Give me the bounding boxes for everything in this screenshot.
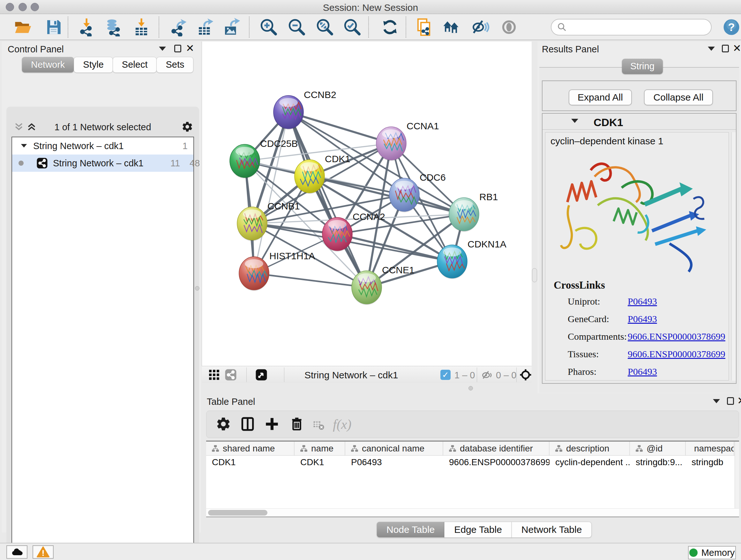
help-icon[interactable]: ? bbox=[723, 18, 741, 37]
column-header-@id[interactable]: @id bbox=[630, 442, 686, 455]
table-horizontal-scrollbar[interactable] bbox=[206, 508, 739, 516]
bottom-splitter-handle[interactable] bbox=[468, 386, 473, 390]
network-node-CCNE1[interactable]: CCNE1 bbox=[352, 265, 414, 305]
zoom-fit-icon[interactable] bbox=[316, 18, 334, 37]
export-image-icon[interactable] bbox=[222, 18, 241, 37]
panel-float-icon[interactable] bbox=[722, 45, 729, 52]
expand-all-button[interactable]: Expand All bbox=[569, 89, 632, 105]
network-node-HIST1H1A[interactable]: HIST1H1A bbox=[239, 251, 315, 291]
tree-expand-icon[interactable] bbox=[21, 144, 27, 147]
table-cell[interactable]: CDK1 bbox=[294, 456, 345, 469]
hidden-items-icon[interactable] bbox=[481, 369, 493, 382]
tab-sets[interactable]: Sets bbox=[156, 57, 193, 73]
refresh-view-icon[interactable] bbox=[381, 18, 399, 37]
gene-header[interactable]: CDK1 bbox=[542, 114, 736, 130]
add-column-icon[interactable] bbox=[264, 416, 281, 433]
zoom-selected-icon[interactable] bbox=[343, 18, 361, 37]
memory-button[interactable]: Memory bbox=[688, 546, 736, 559]
string-home-icon[interactable] bbox=[442, 18, 460, 37]
network-list: String Network – cdk1 1 String Network –… bbox=[11, 137, 194, 560]
network-node-CCNA1[interactable]: CCNA1 bbox=[376, 121, 439, 161]
network-view[interactable]: CCNB2 CCNA1 CDC25B CDK1 CDC6 RB1 CCNB1 bbox=[202, 42, 532, 366]
panel-float-icon[interactable] bbox=[727, 397, 734, 405]
network-options-gear-icon[interactable] bbox=[181, 121, 193, 134]
scrollbar-thumb[interactable] bbox=[208, 510, 267, 516]
results-scrollbar[interactable] bbox=[731, 132, 736, 381]
table-cell[interactable]: cyclin-dependent ... bbox=[549, 456, 630, 469]
column-header-name[interactable]: name bbox=[294, 442, 345, 455]
table-cell[interactable]: 9606.ENSP00000378699 bbox=[443, 456, 549, 469]
table-cell[interactable]: stringdb bbox=[686, 456, 734, 469]
network-node-CDKN1A[interactable]: CDKN1A bbox=[437, 239, 507, 279]
crosslink-value-link[interactable]: 9606.ENSP00000378699 bbox=[628, 349, 725, 360]
network-row-selected[interactable]: String Network – cdk1 11 48 bbox=[12, 154, 193, 172]
network-collection-row[interactable]: String Network – cdk1 1 bbox=[12, 137, 193, 154]
export-network-icon[interactable] bbox=[169, 18, 188, 37]
window-title: Session: New Session bbox=[0, 2, 741, 13]
network-edge[interactable] bbox=[254, 112, 288, 273]
warnings-button[interactable] bbox=[32, 545, 54, 559]
network-edge[interactable] bbox=[254, 273, 367, 287]
panel-menu-icon[interactable] bbox=[708, 47, 715, 51]
tab-edge-table[interactable]: Edge Table bbox=[444, 522, 512, 538]
save-session-icon[interactable] bbox=[44, 18, 63, 37]
selected-nodes-checkbox[interactable]: ✓ bbox=[441, 370, 451, 380]
crosslink-value-link[interactable]: P06493 bbox=[628, 314, 657, 324]
open-session-icon[interactable] bbox=[13, 18, 32, 37]
right-splitter-handle[interactable] bbox=[532, 268, 537, 282]
network-canvas[interactable]: CCNB2 CCNA1 CDC25B CDK1 CDC6 RB1 CCNB1 bbox=[202, 42, 532, 366]
panel-close-icon[interactable]: ✕ bbox=[186, 44, 194, 52]
show-all-icon[interactable] bbox=[500, 18, 518, 37]
cloud-status-button[interactable] bbox=[6, 545, 27, 559]
table-cell[interactable]: CDK1 bbox=[206, 456, 294, 469]
crosslink-value-link[interactable]: P06493 bbox=[628, 366, 657, 377]
panel-menu-icon[interactable] bbox=[159, 47, 166, 51]
tab-string[interactable]: String bbox=[622, 59, 663, 74]
import-table-file-icon[interactable] bbox=[132, 18, 151, 37]
collapse-all-button[interactable]: Collapse All bbox=[644, 89, 713, 105]
column-header-description[interactable]: description bbox=[549, 442, 630, 455]
network-node-RB1[interactable]: RB1 bbox=[449, 192, 498, 232]
show-columns-icon[interactable] bbox=[240, 416, 257, 433]
left-splitter-handle[interactable] bbox=[195, 286, 199, 291]
column-header-namespac[interactable]: namespac bbox=[686, 442, 734, 455]
tab-select[interactable]: Select bbox=[113, 57, 157, 73]
tab-style[interactable]: Style bbox=[74, 57, 113, 73]
search-input[interactable] bbox=[567, 22, 711, 32]
export-table-icon[interactable] bbox=[196, 18, 214, 37]
crosslink-value-link[interactable]: P06493 bbox=[628, 296, 657, 307]
gene-collapse-icon[interactable] bbox=[571, 119, 578, 123]
table-vertical-scrollbar[interactable] bbox=[735, 442, 739, 516]
column-header-canonical-name[interactable]: canonical name bbox=[345, 442, 443, 455]
zoom-in-icon[interactable] bbox=[259, 18, 278, 37]
hide-selected-icon[interactable] bbox=[471, 18, 490, 37]
network-row-label: String Network – cdk1 bbox=[53, 158, 144, 169]
import-network-database-icon[interactable] bbox=[105, 18, 123, 37]
tab-network-table[interactable]: Network Table bbox=[512, 522, 592, 538]
node-label: CCNA2 bbox=[353, 211, 385, 222]
zoom-out-icon[interactable] bbox=[287, 18, 306, 37]
table-cell[interactable]: P06493 bbox=[345, 456, 443, 469]
grid-view-icon[interactable] bbox=[208, 369, 220, 382]
tab-node-table[interactable]: Node Table bbox=[377, 522, 445, 538]
table-cell[interactable]: stringdb:9... bbox=[630, 456, 686, 469]
network-edge-count: 48 bbox=[190, 158, 200, 169]
column-header-shared-name[interactable]: shared name bbox=[206, 442, 294, 455]
table-options-gear-icon[interactable] bbox=[215, 416, 232, 433]
panel-close-icon[interactable]: ✕ bbox=[737, 397, 741, 405]
panel-close-icon[interactable]: ✕ bbox=[733, 44, 741, 52]
column-header-database-identifier[interactable]: database identifier bbox=[443, 442, 549, 455]
crosslink-value-link[interactable]: 9606.ENSP00000378699 bbox=[628, 331, 725, 342]
expand-collapse-box: Expand All Collapse All bbox=[542, 80, 737, 111]
panel-menu-icon[interactable] bbox=[713, 399, 720, 403]
panel-float-icon[interactable] bbox=[174, 45, 181, 52]
network-edge[interactable] bbox=[288, 112, 391, 143]
tab-network[interactable]: Network bbox=[22, 57, 74, 73]
import-network-file-icon[interactable] bbox=[77, 18, 96, 37]
delete-column-icon[interactable] bbox=[289, 416, 306, 433]
birdseye-view-icon[interactable] bbox=[255, 369, 267, 382]
pan-mode-icon[interactable] bbox=[520, 369, 532, 382]
network-view-mode-icon[interactable] bbox=[225, 369, 237, 382]
table-row[interactable]: CDK1CDK1P064939606.ENSP00000378699cyclin… bbox=[206, 456, 739, 469]
clone-network-icon[interactable] bbox=[414, 18, 433, 37]
